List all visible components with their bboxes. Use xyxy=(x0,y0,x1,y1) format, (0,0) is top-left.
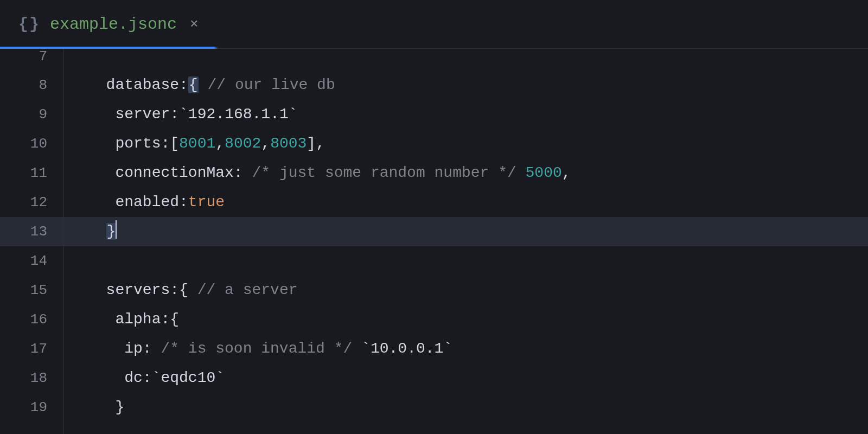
brace-open: { xyxy=(179,282,188,298)
indent xyxy=(88,311,115,328)
string-value: eqdc10 xyxy=(161,369,215,386)
json-key: database xyxy=(106,76,179,93)
brace-close: } xyxy=(115,399,124,416)
braces-icon: {} xyxy=(18,15,40,34)
json-key: enabled xyxy=(115,194,179,210)
bracket-close: ] xyxy=(307,135,316,152)
json-key: ports xyxy=(115,135,161,152)
code-line[interactable] xyxy=(88,246,868,276)
json-key: server xyxy=(115,106,170,123)
indent xyxy=(88,76,106,93)
code-line[interactable]: } xyxy=(88,393,868,422)
backtick: ` xyxy=(361,340,371,357)
bracket-open: [ xyxy=(170,135,179,152)
comma: , xyxy=(316,135,325,152)
comment: // our live db xyxy=(207,76,335,93)
indent xyxy=(88,369,124,386)
json-key: alpha xyxy=(115,311,161,328)
json-key: connectionMax xyxy=(115,164,233,181)
string-value: 10.0.0.1 xyxy=(371,340,443,357)
number: 8001 xyxy=(179,135,215,152)
json-key: servers xyxy=(106,282,170,298)
code-line[interactable]: enabled:true xyxy=(88,188,868,217)
line-number: 13 xyxy=(0,217,63,246)
code-line-active[interactable]: } xyxy=(88,217,868,246)
indent xyxy=(88,282,106,298)
indent xyxy=(88,164,115,181)
text-cursor xyxy=(116,220,117,239)
boolean: true xyxy=(188,194,225,210)
code-line[interactable] xyxy=(88,49,868,71)
tab-bar: {} example.jsonc × xyxy=(0,0,868,49)
number: 5000 xyxy=(526,164,562,181)
brace-open: { xyxy=(188,76,199,93)
backtick: ` xyxy=(152,369,161,386)
indent xyxy=(88,135,115,152)
backtick: ` xyxy=(289,106,298,123)
line-number: 12 xyxy=(0,188,63,217)
line-number: 7 xyxy=(0,49,63,71)
line-number-gutter: 7 8 9 10 11 12 13 14 15 16 17 18 19 xyxy=(0,49,64,434)
code-line[interactable]: servers:{ // a server xyxy=(88,276,868,305)
number: 8003 xyxy=(270,135,307,152)
code-line[interactable]: alpha:{ xyxy=(88,305,868,334)
code-line[interactable]: connectionMax: /* just some random numbe… xyxy=(88,158,868,188)
comma: , xyxy=(562,164,571,181)
indent xyxy=(88,106,115,123)
code-line[interactable]: dc:`eqdc10` xyxy=(88,363,868,393)
line-number: 10 xyxy=(0,129,63,158)
indent xyxy=(88,223,106,240)
brace-open: { xyxy=(170,311,179,328)
comment: /* is soon invalid */ xyxy=(161,340,352,357)
line-number: 9 xyxy=(0,100,63,129)
backtick: ` xyxy=(215,369,225,386)
code-line[interactable]: database:{ // our live db xyxy=(88,71,868,100)
comment: // a server xyxy=(197,282,298,298)
line-number: 8 xyxy=(0,71,63,100)
comment: /* just some random number */ xyxy=(252,164,516,181)
line-number: 17 xyxy=(0,334,63,363)
code-line[interactable]: ip: /* is soon invalid */ `10.0.0.1` xyxy=(88,334,868,363)
close-icon[interactable]: × xyxy=(190,16,199,33)
tab-example-jsonc[interactable]: {} example.jsonc × xyxy=(0,0,214,48)
code-area[interactable]: database:{ // our live db server:`192.16… xyxy=(64,49,868,434)
comma: , xyxy=(215,135,225,152)
number: 8002 xyxy=(225,135,261,152)
json-key: dc xyxy=(124,369,143,386)
line-number: 15 xyxy=(0,276,63,305)
line-number: 14 xyxy=(0,246,63,276)
indent xyxy=(88,340,124,357)
code-line[interactable]: ports:[8001,8002,8003], xyxy=(88,129,868,158)
comma: , xyxy=(261,135,270,152)
backtick: ` xyxy=(179,106,188,123)
line-number: 11 xyxy=(0,158,63,188)
indent xyxy=(88,194,115,210)
brace-close: } xyxy=(106,223,117,240)
line-number: 16 xyxy=(0,305,63,334)
indent xyxy=(88,399,115,416)
string-value: 192.168.1.1 xyxy=(188,106,289,123)
editor[interactable]: 7 8 9 10 11 12 13 14 15 16 17 18 19 data… xyxy=(0,49,868,434)
code-line[interactable]: server:`192.168.1.1` xyxy=(88,100,868,129)
tab-filename: example.jsonc xyxy=(50,15,177,34)
backtick: ` xyxy=(443,340,452,357)
json-key: ip xyxy=(124,340,143,357)
line-number: 18 xyxy=(0,363,63,393)
line-number: 19 xyxy=(0,393,63,422)
